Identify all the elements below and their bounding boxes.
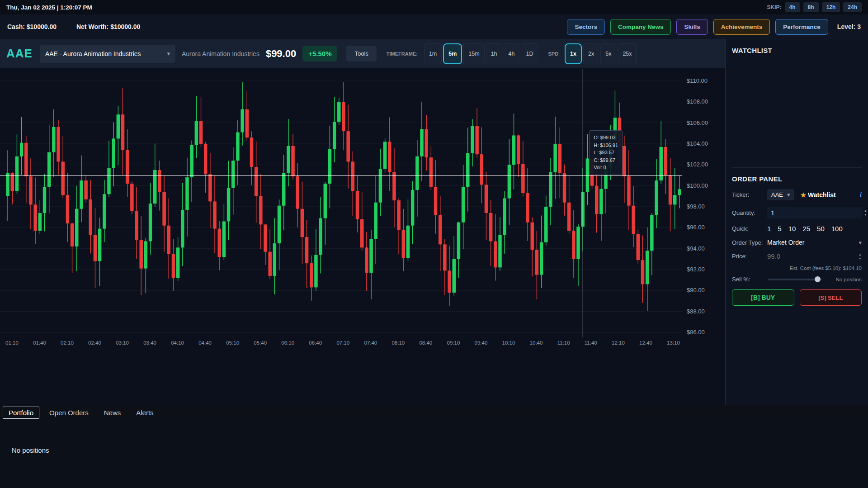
candle-body bbox=[503, 198, 506, 235]
candle-body bbox=[241, 109, 244, 133]
timeframe-5m-button[interactable]: 5m bbox=[443, 43, 462, 64]
timeframe-1h-button[interactable]: 1h bbox=[486, 43, 502, 64]
candle-body bbox=[462, 187, 465, 223]
quick-100-button[interactable]: 100 bbox=[831, 225, 843, 232]
quick-quantity-buttons: 15102550100 bbox=[767, 225, 843, 232]
price-axis-label: $90.00 bbox=[687, 287, 705, 294]
candle-body bbox=[498, 235, 502, 268]
skip-4h-button[interactable]: 4h bbox=[785, 2, 800, 12]
add-to-watchlist-button[interactable]: ★ Watchlist bbox=[801, 191, 836, 199]
timeframe-4h-button[interactable]: 4h bbox=[504, 43, 520, 64]
skip-24h-button[interactable]: 24h bbox=[843, 2, 862, 12]
candle-body bbox=[135, 211, 138, 240]
candle-body bbox=[439, 215, 442, 245]
speed-5x-button[interactable]: 5x bbox=[600, 43, 616, 64]
quick-50-button[interactable]: 50 bbox=[817, 225, 825, 232]
candle-body bbox=[121, 114, 125, 150]
speed-2x-button[interactable]: 2x bbox=[583, 43, 599, 64]
price-axis-label: $94.00 bbox=[687, 245, 705, 252]
stepper-up-icon[interactable]: ▲ bbox=[859, 253, 862, 256]
watchlist-title: WATCHLIST bbox=[732, 47, 862, 54]
skip-12h-button[interactable]: 12h bbox=[822, 2, 840, 12]
slider-handle[interactable] bbox=[815, 276, 821, 282]
ticker-dropdown[interactable]: AAE ▾ bbox=[767, 189, 794, 200]
stepper-up-icon[interactable]: ▲ bbox=[864, 209, 867, 212]
sell-button[interactable]: [S] SELL bbox=[800, 289, 862, 306]
position-status: No position bbox=[835, 277, 862, 282]
price-axis-label: $92.00 bbox=[687, 266, 705, 273]
time-axis-label: 06:40 bbox=[309, 340, 322, 346]
time-axis-label: 08:40 bbox=[419, 340, 432, 346]
skills-button[interactable]: Skills bbox=[676, 19, 708, 35]
candle-body bbox=[429, 157, 433, 187]
stepper-down-icon[interactable]: ▼ bbox=[859, 257, 862, 260]
tools-button[interactable]: Tools bbox=[346, 46, 376, 62]
timeframe-1m-button[interactable]: 1m bbox=[424, 43, 442, 64]
time-axis-label: 03:40 bbox=[143, 340, 156, 346]
candle-body bbox=[84, 180, 88, 199]
price-input[interactable]: 99.0 bbox=[767, 252, 780, 260]
candle-body bbox=[195, 121, 198, 145]
quick-1-button[interactable]: 1 bbox=[767, 225, 771, 232]
candle-body bbox=[485, 185, 488, 213]
price-axis-label: $110.00 bbox=[687, 77, 708, 84]
candlestick-chart[interactable]: $110.00$108.00$106.00$104.00$102.00$100.… bbox=[0, 68, 725, 357]
speed-1x-button[interactable]: 1x bbox=[565, 43, 582, 64]
candle-body bbox=[57, 127, 60, 161]
achievements-button[interactable]: Achievements bbox=[713, 19, 770, 35]
candle-body bbox=[217, 229, 221, 257]
game-datetime: Thu, Jan 02 2025 | 1:20:07 PM bbox=[6, 4, 92, 11]
sectors-button[interactable]: Sectors bbox=[567, 19, 605, 35]
time-axis-label: 09:10 bbox=[447, 340, 460, 346]
stepper-down-icon[interactable]: ▼ bbox=[864, 213, 867, 216]
tab-open-orders[interactable]: Open Orders bbox=[44, 407, 94, 418]
ticker-dropdown-value: AAE bbox=[771, 191, 783, 198]
candle-body bbox=[6, 173, 9, 196]
quick-25-button[interactable]: 25 bbox=[802, 225, 810, 232]
candle-body bbox=[466, 153, 470, 187]
candle-body bbox=[268, 252, 272, 276]
candle-body bbox=[107, 168, 111, 194]
quantity-input[interactable] bbox=[767, 207, 862, 218]
time-axis-label: 02:40 bbox=[88, 340, 101, 346]
candle-body bbox=[342, 102, 345, 131]
candle-body bbox=[369, 239, 373, 273]
candle-body bbox=[392, 172, 396, 201]
candle-body bbox=[75, 209, 79, 246]
candle-body bbox=[126, 150, 129, 184]
time-axis: 01:1001:4002:1002:4003:1003:4004:1004:40… bbox=[5, 340, 680, 346]
candle-body bbox=[558, 144, 562, 173]
price-axis-label: $88.00 bbox=[687, 308, 705, 315]
speed-25x-button[interactable]: 25x bbox=[618, 43, 637, 64]
quantity-label: Quantity: bbox=[732, 209, 767, 216]
watchlist-empty-area bbox=[732, 54, 862, 167]
ticker-selector-dropdown[interactable]: AAE - Aurora Animation Industries ▾ bbox=[40, 45, 175, 63]
tab-portfolio[interactable]: Portfolio bbox=[3, 407, 39, 419]
chevron-down-icon[interactable]: ▾ bbox=[859, 239, 862, 246]
tab-alerts[interactable]: Alerts bbox=[131, 407, 159, 418]
timeframe-15m-button[interactable]: 15m bbox=[463, 43, 484, 64]
candle-body bbox=[434, 187, 438, 215]
timeframe-1d-button[interactable]: 1D bbox=[521, 43, 538, 64]
info-icon[interactable]: i bbox=[860, 191, 862, 199]
company-news-button[interactable]: Company News bbox=[610, 19, 671, 35]
sell-percent-slider[interactable] bbox=[768, 279, 821, 280]
skip-8h-button[interactable]: 8h bbox=[803, 2, 819, 12]
candle-body bbox=[351, 161, 355, 191]
performance-button[interactable]: Performance bbox=[775, 19, 828, 35]
buy-button[interactable]: [B] BUY bbox=[732, 289, 794, 306]
candle-body bbox=[291, 146, 295, 176]
quantity-stepper[interactable]: ▲ ▼ bbox=[864, 209, 867, 216]
tab-news[interactable]: News bbox=[99, 407, 127, 418]
price-stepper[interactable]: ▲ ▼ bbox=[859, 253, 862, 260]
tooltip-low: L: $93.57 bbox=[594, 149, 618, 156]
candle-body bbox=[544, 207, 548, 242]
quick-10-button[interactable]: 10 bbox=[788, 225, 796, 232]
quick-5-button[interactable]: 5 bbox=[778, 225, 781, 232]
candle-body bbox=[319, 218, 322, 255]
candle-body bbox=[296, 176, 299, 209]
candle-body bbox=[185, 177, 189, 210]
price-axis-label: $108.00 bbox=[687, 98, 708, 105]
candle-body bbox=[328, 149, 332, 184]
order-type-select[interactable]: Market Order bbox=[767, 239, 804, 246]
